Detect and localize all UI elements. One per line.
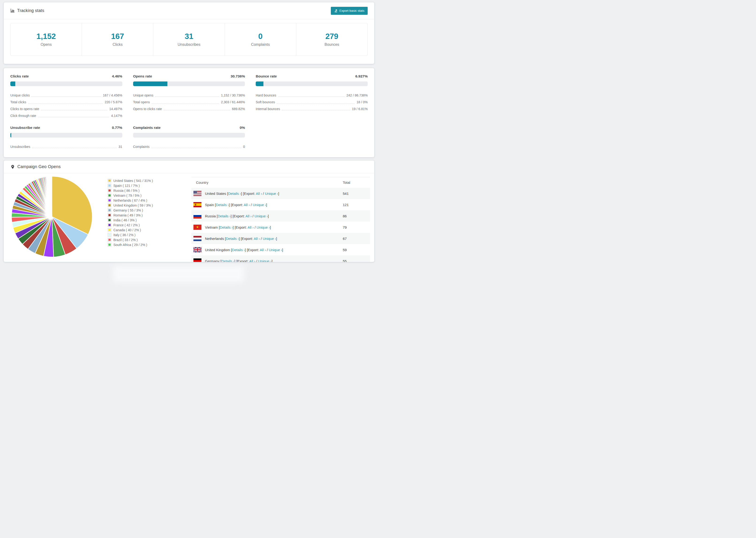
export-unique-link[interactable]: Unique › bbox=[263, 237, 276, 241]
total-cell: 67 bbox=[343, 237, 370, 241]
export-unique-link[interactable]: Unique › bbox=[257, 225, 270, 229]
total-cell: 541 bbox=[343, 191, 370, 195]
dotted-leader bbox=[282, 110, 350, 110]
legend-swatch bbox=[108, 238, 111, 241]
slash: / bbox=[261, 237, 262, 241]
rate-row-value: 242 / 86.738% bbox=[347, 93, 368, 98]
country-name: United Kingdom bbox=[205, 248, 230, 252]
slash: / bbox=[263, 191, 264, 195]
rate-row-label: Complaints bbox=[133, 144, 149, 149]
stat-complaints-label: Complaints bbox=[251, 42, 270, 47]
export-all-link[interactable]: All › bbox=[245, 214, 252, 218]
country-name: Vietnam bbox=[205, 225, 218, 229]
legend-label: United States ( 541 / 31% ) bbox=[113, 179, 153, 183]
rate-row: Click through rate4.147% bbox=[10, 111, 122, 118]
rates-card: Clicks rate 4.46% Unique clicks167 / 4.4… bbox=[4, 68, 374, 157]
slash: / bbox=[253, 214, 253, 218]
export-unique-link[interactable]: Unique › bbox=[258, 259, 272, 262]
legend-label: Canada ( 40 / 2% ) bbox=[113, 228, 141, 232]
dotted-leader bbox=[31, 96, 101, 97]
rate-row-value: 1,152 / 30.736% bbox=[221, 93, 245, 98]
tracking-stats-card: Tracking stats Export basic stats 1,152 … bbox=[4, 2, 374, 64]
dotted-leader bbox=[41, 110, 107, 110]
details-link[interactable]: Details › bbox=[220, 225, 233, 229]
export-label: ] [Export: bbox=[241, 191, 255, 195]
legend-label: Romania ( 49 / 3% ) bbox=[113, 213, 143, 217]
legend-label: France ( 42 / 2% ) bbox=[113, 223, 140, 227]
legend-swatch bbox=[108, 179, 111, 182]
legend-item-france: France ( 42 / 2% ) bbox=[108, 223, 153, 228]
export-all-link[interactable]: All › bbox=[244, 203, 250, 207]
rate-row-value: 0 bbox=[243, 144, 245, 149]
rate-row-label: Opens to clicks rate bbox=[133, 107, 162, 111]
rate-row: Unsubscribes31 bbox=[10, 142, 122, 149]
rate-row: Opens to clicks rate689.82% bbox=[133, 104, 245, 111]
details-link[interactable]: Details › bbox=[218, 214, 231, 218]
legend-swatch bbox=[108, 199, 111, 202]
bounce-rate-progress-fill bbox=[256, 81, 263, 86]
unsubscribe-rate-value: 0.77% bbox=[112, 126, 122, 130]
legend-label: Germany ( 55 / 3% ) bbox=[113, 208, 143, 212]
geo-table-body: United States [Details ›] [Export: All ›… bbox=[191, 188, 370, 262]
dotted-leader bbox=[38, 117, 109, 117]
export-all-link[interactable]: All › bbox=[249, 259, 255, 262]
slash: / bbox=[267, 248, 268, 252]
export-unique-link[interactable]: Unique › bbox=[254, 214, 268, 218]
details-link[interactable]: Details › bbox=[232, 248, 245, 252]
details-link[interactable]: Details › bbox=[228, 191, 241, 195]
bounce-rate-title: Bounce rate bbox=[256, 74, 277, 79]
country-name: Germany bbox=[205, 259, 220, 262]
total-cell: 55 bbox=[343, 259, 370, 262]
export-basic-stats-button[interactable]: Export basic stats bbox=[331, 7, 368, 15]
rate-row: Clicks to opens rate14.497% bbox=[10, 104, 122, 111]
export-button-label: Export basic stats bbox=[339, 9, 364, 13]
table-row-united-states: United States [Details ›] [Export: All ›… bbox=[191, 188, 370, 199]
rate-row-value: 31 bbox=[119, 144, 122, 149]
complaints-rate-block: Complaints rate 0% Complaints0 bbox=[133, 126, 245, 150]
rates-empty-cell bbox=[256, 126, 368, 150]
export-all-link[interactable]: All › bbox=[254, 237, 260, 241]
details-link[interactable]: Details › bbox=[221, 259, 234, 262]
stat-opens-value: 1,152 bbox=[36, 32, 56, 41]
map-pin-icon bbox=[10, 165, 15, 169]
total-cell: 86 bbox=[343, 214, 370, 218]
geo-opens-pie-chart bbox=[10, 174, 94, 259]
export-all-link[interactable]: All › bbox=[248, 225, 254, 229]
export-all-link[interactable]: All › bbox=[256, 191, 262, 195]
rate-row-label: Total clicks bbox=[10, 100, 26, 104]
dotted-leader bbox=[155, 96, 219, 97]
rate-row-label: Unsubscribes bbox=[10, 144, 30, 149]
legend-label: Vietnam ( 79 / 5% ) bbox=[113, 194, 141, 197]
stat-bounces: 279 Bounces bbox=[296, 23, 367, 56]
rate-row-label: Total opens bbox=[133, 100, 150, 104]
legend-item-brazil: Brazil ( 33 / 2% ) bbox=[108, 237, 153, 242]
table-row-united-kingdom: United Kingdom [Details ›] [Export: All … bbox=[191, 244, 370, 255]
details-link[interactable]: Details › bbox=[226, 237, 239, 241]
stat-clicks-value: 167 bbox=[111, 32, 124, 41]
bar-chart-icon bbox=[10, 9, 15, 13]
stat-unsubscribes: 31 Unsubscribes bbox=[153, 23, 225, 56]
export-unique-link[interactable]: Unique › bbox=[253, 203, 266, 207]
details-link[interactable]: Details › bbox=[216, 203, 229, 207]
country-cell: Germany [Details ›] [Export: All › / Uni… bbox=[205, 259, 273, 262]
pie-slice bbox=[52, 176, 52, 217]
export-unique-link[interactable]: Unique › bbox=[269, 248, 282, 252]
rate-row: Soft bounces18 / 0% bbox=[256, 98, 368, 104]
legend-item-netherlands: Netherlands ( 67 / 4% ) bbox=[108, 198, 153, 203]
geo-opens-table: Country Total United States [Details ›] … bbox=[191, 177, 370, 262]
complaints-rate-progressbar bbox=[133, 133, 245, 137]
export-unique-link[interactable]: Unique › bbox=[265, 191, 278, 195]
bracket: ] bbox=[268, 214, 269, 218]
export-all-link[interactable]: All › bbox=[260, 248, 266, 252]
legend-item-germany: Germany ( 55 / 3% ) bbox=[108, 208, 153, 213]
rate-row-label: Click through rate bbox=[10, 114, 36, 118]
slash: / bbox=[255, 225, 256, 229]
total-cell: 79 bbox=[343, 225, 370, 229]
country-cell: Russia [Details ›] [Export: All › / Uniq… bbox=[205, 214, 269, 218]
legend-item-russia: Russia ( 86 / 5% ) bbox=[108, 188, 153, 193]
dotted-leader bbox=[278, 96, 345, 97]
opens-rate-progress-fill bbox=[133, 81, 168, 86]
rate-row-label: Soft bounces bbox=[256, 100, 275, 104]
legend-swatch bbox=[108, 194, 111, 197]
flag-united-kingdom-icon bbox=[193, 247, 201, 252]
